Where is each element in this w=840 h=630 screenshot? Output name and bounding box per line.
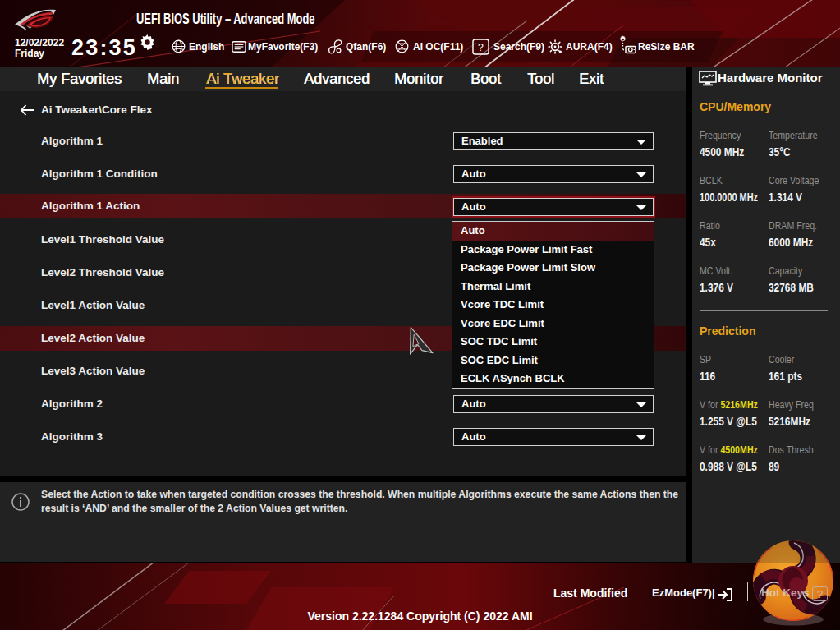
svg-text:?: ? <box>478 42 484 53</box>
